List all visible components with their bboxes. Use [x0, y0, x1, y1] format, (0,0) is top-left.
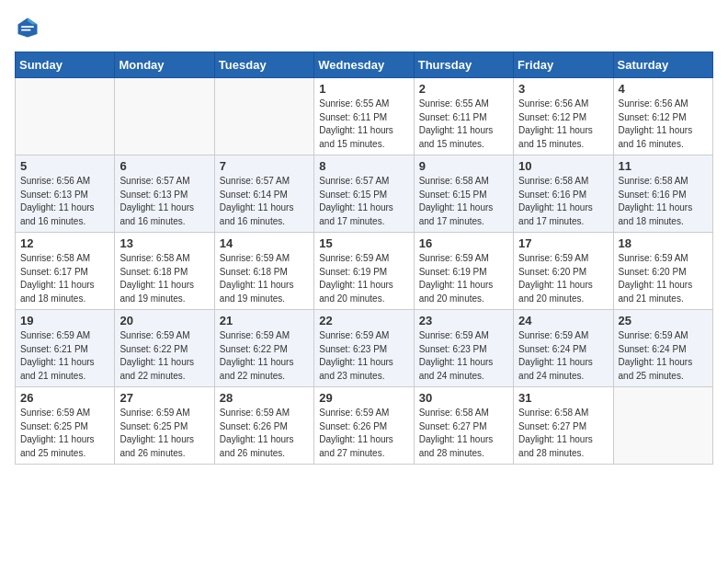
week-row-4: 19Sunrise: 6:59 AM Sunset: 6:21 PM Dayli…: [16, 310, 713, 387]
day-info: Sunrise: 6:58 AM Sunset: 6:27 PM Dayligh…: [518, 407, 608, 460]
day-cell-12: 12Sunrise: 6:58 AM Sunset: 6:17 PM Dayli…: [16, 233, 115, 310]
day-info: Sunrise: 6:59 AM Sunset: 6:22 PM Dayligh…: [119, 329, 209, 383]
day-number: 16: [419, 236, 508, 250]
day-cell-25: 25Sunrise: 6:59 AM Sunset: 6:24 PM Dayli…: [613, 310, 712, 387]
day-number: 5: [20, 159, 109, 173]
logo-icon: [15, 15, 40, 40]
day-cell-5: 5Sunrise: 6:56 AM Sunset: 6:13 PM Daylig…: [16, 155, 115, 233]
day-cell-17: 17Sunrise: 6:59 AM Sunset: 6:20 PM Dayli…: [514, 233, 613, 310]
day-number: 17: [518, 236, 608, 250]
day-cell-9: 9Sunrise: 6:58 AM Sunset: 6:15 PM Daylig…: [414, 155, 513, 233]
day-info: Sunrise: 6:58 AM Sunset: 6:17 PM Dayligh…: [20, 252, 109, 305]
day-cell-10: 10Sunrise: 6:58 AM Sunset: 6:16 PM Dayli…: [514, 155, 613, 233]
day-cell-11: 11Sunrise: 6:58 AM Sunset: 6:16 PM Dayli…: [613, 155, 712, 233]
day-number: 26: [20, 391, 109, 405]
day-info: Sunrise: 6:57 AM Sunset: 6:13 PM Dayligh…: [119, 175, 209, 228]
day-cell-15: 15Sunrise: 6:59 AM Sunset: 6:19 PM Dayli…: [314, 233, 414, 310]
day-cell-6: 6Sunrise: 6:57 AM Sunset: 6:13 PM Daylig…: [115, 155, 214, 233]
day-info: Sunrise: 6:59 AM Sunset: 6:26 PM Dayligh…: [220, 407, 309, 460]
day-cell-27: 27Sunrise: 6:59 AM Sunset: 6:25 PM Dayli…: [115, 387, 214, 465]
day-number: 4: [619, 82, 708, 96]
day-info: Sunrise: 6:59 AM Sunset: 6:18 PM Dayligh…: [220, 252, 309, 305]
column-header-saturday: Saturday: [613, 52, 712, 78]
day-cell-3: 3Sunrise: 6:56 AM Sunset: 6:12 PM Daylig…: [514, 78, 613, 155]
day-cell-22: 22Sunrise: 6:59 AM Sunset: 6:23 PM Dayli…: [314, 310, 414, 387]
day-cell-19: 19Sunrise: 6:59 AM Sunset: 6:21 PM Dayli…: [16, 310, 115, 387]
day-number: 24: [518, 314, 608, 327]
empty-cell: [214, 78, 313, 155]
day-info: Sunrise: 6:58 AM Sunset: 6:27 PM Dayligh…: [419, 407, 508, 460]
day-number: 19: [20, 314, 109, 327]
day-info: Sunrise: 6:59 AM Sunset: 6:23 PM Dayligh…: [419, 329, 508, 383]
day-number: 27: [119, 391, 209, 405]
day-info: Sunrise: 6:59 AM Sunset: 6:20 PM Dayligh…: [619, 252, 708, 305]
day-cell-21: 21Sunrise: 6:59 AM Sunset: 6:22 PM Dayli…: [214, 310, 313, 387]
day-cell-16: 16Sunrise: 6:59 AM Sunset: 6:19 PM Dayli…: [414, 233, 513, 310]
week-row-5: 26Sunrise: 6:59 AM Sunset: 6:25 PM Dayli…: [16, 387, 713, 465]
day-info: Sunrise: 6:58 AM Sunset: 6:15 PM Dayligh…: [419, 175, 508, 228]
column-header-sunday: Sunday: [16, 52, 115, 78]
day-number: 20: [119, 314, 209, 327]
day-number: 14: [220, 236, 309, 250]
svg-rect-3: [21, 29, 31, 31]
week-row-2: 5Sunrise: 6:56 AM Sunset: 6:13 PM Daylig…: [16, 155, 713, 233]
week-row-1: 1Sunrise: 6:55 AM Sunset: 6:11 PM Daylig…: [16, 78, 713, 155]
day-number: 31: [518, 391, 608, 405]
day-cell-13: 13Sunrise: 6:58 AM Sunset: 6:18 PM Dayli…: [115, 233, 214, 310]
day-number: 21: [220, 314, 309, 327]
day-info: Sunrise: 6:55 AM Sunset: 6:11 PM Dayligh…: [319, 98, 408, 151]
day-info: Sunrise: 6:59 AM Sunset: 6:20 PM Dayligh…: [518, 252, 608, 305]
day-number: 7: [220, 159, 309, 173]
day-cell-14: 14Sunrise: 6:59 AM Sunset: 6:18 PM Dayli…: [214, 233, 313, 310]
day-info: Sunrise: 6:59 AM Sunset: 6:22 PM Dayligh…: [220, 329, 309, 383]
empty-cell: [16, 78, 115, 155]
day-number: 29: [319, 391, 408, 405]
day-info: Sunrise: 6:58 AM Sunset: 6:16 PM Dayligh…: [518, 175, 608, 228]
day-number: 22: [319, 314, 408, 327]
day-number: 11: [619, 159, 708, 173]
day-info: Sunrise: 6:59 AM Sunset: 6:21 PM Dayligh…: [20, 329, 109, 383]
day-number: 13: [119, 236, 209, 250]
day-info: Sunrise: 6:59 AM Sunset: 6:23 PM Dayligh…: [319, 329, 408, 383]
day-number: 25: [619, 314, 708, 327]
calendar-table: SundayMondayTuesdayWednesdayThursdayFrid…: [15, 52, 713, 465]
day-cell-1: 1Sunrise: 6:55 AM Sunset: 6:11 PM Daylig…: [314, 78, 414, 155]
day-cell-30: 30Sunrise: 6:58 AM Sunset: 6:27 PM Dayli…: [414, 387, 513, 465]
day-number: 23: [419, 314, 508, 327]
day-number: 12: [20, 236, 109, 250]
day-cell-7: 7Sunrise: 6:57 AM Sunset: 6:14 PM Daylig…: [214, 155, 313, 233]
day-info: Sunrise: 6:59 AM Sunset: 6:25 PM Dayligh…: [119, 407, 209, 460]
column-header-thursday: Thursday: [414, 52, 513, 78]
day-number: 28: [220, 391, 309, 405]
column-header-wednesday: Wednesday: [314, 52, 414, 78]
column-header-monday: Monday: [115, 52, 214, 78]
empty-cell: [613, 387, 712, 465]
day-cell-23: 23Sunrise: 6:59 AM Sunset: 6:23 PM Dayli…: [414, 310, 513, 387]
column-header-tuesday: Tuesday: [214, 52, 313, 78]
day-info: Sunrise: 6:58 AM Sunset: 6:16 PM Dayligh…: [619, 175, 708, 228]
day-number: 10: [518, 159, 608, 173]
day-number: 1: [319, 82, 408, 96]
svg-rect-2: [21, 26, 34, 28]
day-info: Sunrise: 6:57 AM Sunset: 6:14 PM Dayligh…: [220, 175, 309, 228]
empty-cell: [115, 78, 214, 155]
day-number: 6: [119, 159, 209, 173]
day-info: Sunrise: 6:59 AM Sunset: 6:24 PM Dayligh…: [619, 329, 708, 383]
logo: [15, 15, 44, 40]
day-cell-28: 28Sunrise: 6:59 AM Sunset: 6:26 PM Dayli…: [214, 387, 313, 465]
day-cell-2: 2Sunrise: 6:55 AM Sunset: 6:11 PM Daylig…: [414, 78, 513, 155]
day-number: 9: [419, 159, 508, 173]
day-cell-8: 8Sunrise: 6:57 AM Sunset: 6:15 PM Daylig…: [314, 155, 414, 233]
day-info: Sunrise: 6:59 AM Sunset: 6:19 PM Dayligh…: [319, 252, 408, 305]
column-header-friday: Friday: [514, 52, 613, 78]
day-info: Sunrise: 6:59 AM Sunset: 6:26 PM Dayligh…: [319, 407, 408, 460]
day-number: 8: [319, 159, 408, 173]
day-info: Sunrise: 6:59 AM Sunset: 6:25 PM Dayligh…: [20, 407, 109, 460]
day-number: 30: [419, 391, 508, 405]
calendar-header-row: SundayMondayTuesdayWednesdayThursdayFrid…: [16, 52, 713, 78]
day-cell-4: 4Sunrise: 6:56 AM Sunset: 6:12 PM Daylig…: [613, 78, 712, 155]
day-info: Sunrise: 6:56 AM Sunset: 6:12 PM Dayligh…: [619, 98, 708, 151]
page-header: [15, 15, 713, 40]
day-info: Sunrise: 6:56 AM Sunset: 6:13 PM Dayligh…: [20, 175, 109, 228]
week-row-3: 12Sunrise: 6:58 AM Sunset: 6:17 PM Dayli…: [16, 233, 713, 310]
